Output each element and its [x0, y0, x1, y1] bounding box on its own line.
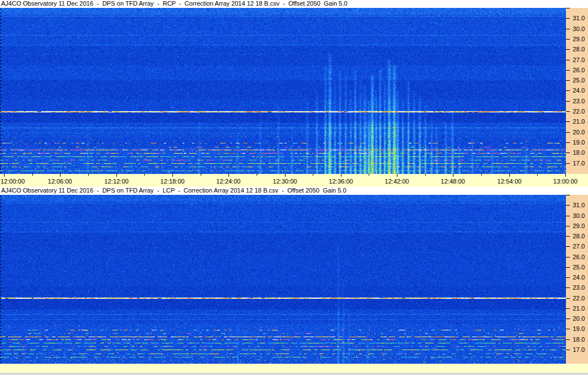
time-tick-label: 12:30:00 [273, 178, 297, 185]
freq-tick-label: 19.0 [573, 139, 585, 146]
time-axis: 12:00:0012:06:0012:12:0012:18:0012:24:00… [0, 174, 588, 187]
freq-tick-label: 29.0 [573, 223, 585, 229]
time-tick-label: 12:06:00 [48, 178, 72, 185]
time-tick [228, 174, 229, 177]
time-minor-tick [313, 174, 313, 176]
freq-tick-label: 17.0 [573, 160, 585, 167]
freq-tick [566, 80, 570, 81]
freq-tick-label: 20.0 [573, 315, 585, 322]
time-minor-tick [88, 174, 89, 176]
time-tick-label: 12:12:00 [105, 178, 129, 185]
freq-tick [566, 49, 570, 50]
freq-tick-label: 27.0 [573, 243, 585, 250]
freq-tick [566, 29, 570, 29]
time-minor-tick [425, 174, 426, 176]
freq-tick [566, 121, 570, 122]
time-minor-tick [537, 174, 538, 176]
time-tick-label: 12:54:00 [498, 178, 522, 185]
freq-tick-label: 23.0 [573, 284, 585, 291]
freq-tick [566, 70, 570, 71]
freq-tick-label: 22.0 [573, 108, 585, 115]
freq-tick-label: 19.0 [573, 325, 585, 332]
freq-tick [566, 18, 570, 19]
freq-tick [566, 246, 570, 247]
lcp-frequency-axis: 31.030.029.028.027.026.025.024.023.022.0… [566, 195, 588, 364]
freq-tick [566, 216, 570, 216]
time-minor-tick [481, 174, 482, 176]
time-tick-label: 13:00:00 [554, 178, 578, 185]
freq-tick-label: 20.0 [573, 129, 585, 136]
lcp-panel-title: AJ4CO Observatory 11 Dec 2016 - DPS on T… [0, 187, 588, 195]
freq-tick-label: 28.0 [573, 46, 585, 53]
freq-tick [566, 319, 570, 319]
time-tick [397, 174, 397, 177]
time-minor-tick [257, 174, 257, 176]
freq-tick [566, 298, 570, 299]
freq-tick [566, 195, 570, 195]
time-tick-label: 12:48:00 [441, 178, 465, 185]
time-minor-tick [369, 174, 369, 176]
freq-tick [566, 152, 570, 153]
time-tick [60, 174, 60, 177]
freq-tick-label: 25.0 [573, 264, 585, 271]
rcp-spectrogram [0, 8, 566, 174]
freq-tick [566, 163, 570, 164]
freq-tick [566, 226, 570, 226]
freq-tick-label: 22.0 [573, 295, 585, 302]
freq-tick [566, 111, 570, 112]
freq-tick-label: 21.0 [573, 305, 585, 312]
time-minor-tick [201, 174, 201, 176]
freq-tick-label: 26.0 [573, 254, 585, 260]
time-tick [453, 174, 453, 177]
freq-tick [566, 308, 570, 309]
freq-tick [566, 39, 570, 40]
freq-tick-label: 18.0 [573, 336, 585, 343]
freq-tick-label: 26.0 [573, 67, 585, 73]
time-tick [4, 174, 5, 177]
freq-tick [566, 329, 570, 329]
freq-tick-label: 25.0 [573, 77, 585, 84]
time-tick [285, 174, 286, 177]
freq-tick [566, 60, 570, 60]
freq-tick [566, 277, 570, 278]
time-tick [116, 174, 117, 177]
freq-tick [566, 350, 570, 350]
time-tick [565, 174, 566, 177]
radio-spectrograph-window: AJ4CO Observatory 11 Dec 2016 - DPS on T… [0, 0, 588, 375]
freq-tick [566, 142, 570, 143]
freq-tick [566, 205, 570, 206]
freq-tick [566, 287, 570, 288]
rcp-panel-title: AJ4CO Observatory 11 Dec 2016 - DPS on T… [0, 0, 588, 8]
time-tick [341, 174, 341, 177]
time-minor-tick [32, 174, 33, 176]
freq-tick [566, 132, 570, 133]
freq-tick-label: 31.0 [573, 15, 585, 21]
freq-tick [566, 267, 570, 268]
freq-tick [566, 339, 570, 340]
time-tick-label: 12:00:00 [1, 178, 25, 185]
freq-tick [566, 90, 570, 91]
freq-tick-label: 30.0 [573, 25, 585, 32]
freq-tick-label: 17.0 [573, 346, 585, 353]
time-tick-label: 12:18:00 [161, 178, 185, 185]
freq-tick-label: 29.0 [573, 36, 585, 42]
time-tick-label: 12:42:00 [385, 178, 409, 185]
freq-tick-label: 31.0 [573, 202, 585, 208]
freq-tick [566, 101, 570, 102]
window-edge [0, 373, 588, 375]
time-minor-tick [144, 174, 145, 176]
freq-tick [566, 257, 570, 258]
time-tick-label: 12:24:00 [217, 178, 241, 185]
freq-tick-label: 23.0 [573, 98, 585, 104]
freq-tick [566, 236, 570, 237]
time-tick [509, 174, 510, 177]
freq-tick-label: 30.0 [573, 212, 585, 219]
lcp-time-strip [0, 364, 588, 373]
rcp-frequency-axis: 31.030.029.028.027.026.025.024.023.022.0… [566, 8, 588, 174]
freq-tick-label: 24.0 [573, 87, 585, 94]
time-tick [172, 174, 173, 177]
freq-tick-label: 18.0 [573, 149, 585, 156]
freq-tick-label: 24.0 [573, 274, 585, 281]
freq-tick-label: 27.0 [573, 56, 585, 63]
time-tick-label: 12:36:00 [329, 178, 353, 185]
